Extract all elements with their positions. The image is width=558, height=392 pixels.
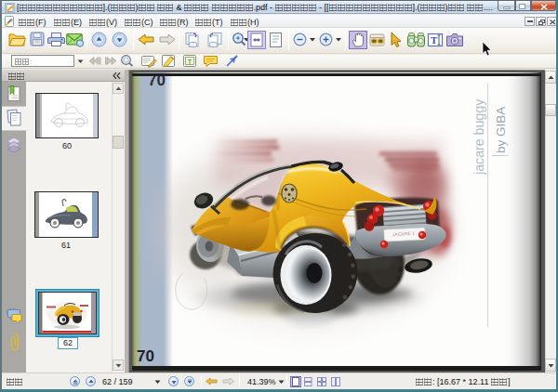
svg-text:jacare buggy: jacare buggy (472, 98, 486, 176)
svg-text:T: T (188, 58, 193, 66)
svg-text:JACARE 1: JACARE 1 (392, 230, 415, 237)
svg-text:T: T (431, 34, 438, 46)
svg-text:70: 70 (137, 347, 154, 365)
